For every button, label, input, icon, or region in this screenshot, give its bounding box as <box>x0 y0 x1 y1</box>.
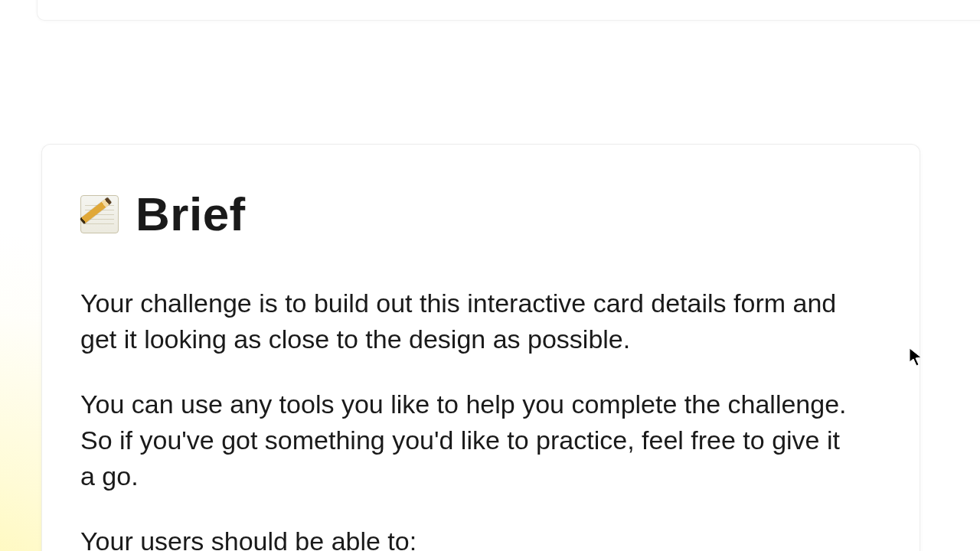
brief-paragraph: Your challenge is to build out this inte… <box>80 285 854 357</box>
brief-paragraph: Your users should be able to: <box>80 523 854 551</box>
brief-title: Brief <box>136 187 246 241</box>
notepad-pencil-icon <box>80 195 119 233</box>
page-viewport: Brief Your challenge is to build out thi… <box>0 0 980 551</box>
brief-paragraph: You can use any tools you like to help y… <box>80 386 854 494</box>
previous-card-bottom-edge <box>37 0 980 21</box>
brief-heading: Brief <box>80 187 881 241</box>
brief-card: Brief Your challenge is to build out thi… <box>41 144 920 551</box>
brief-body: Your challenge is to build out this inte… <box>80 285 881 551</box>
